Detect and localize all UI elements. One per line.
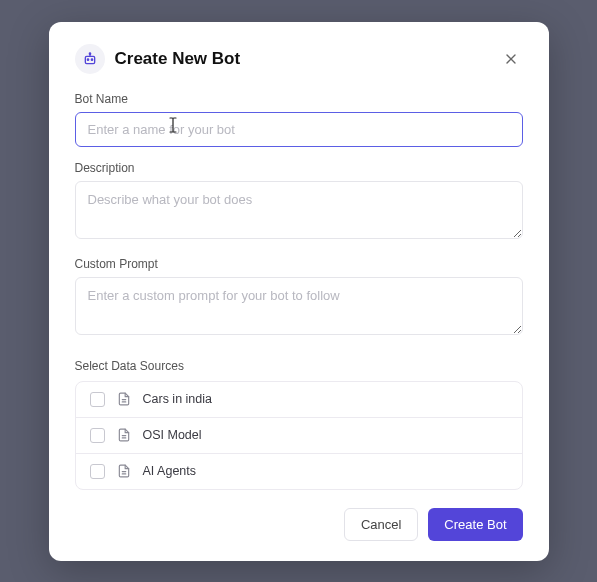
close-button[interactable] [499, 47, 523, 71]
bot-name-group: Bot Name [75, 92, 523, 147]
modal-footer: Cancel Create Bot [75, 508, 523, 541]
bot-icon [75, 44, 105, 74]
data-source-checkbox[interactable] [90, 428, 105, 443]
custom-prompt-group: Custom Prompt [75, 257, 523, 339]
data-source-item[interactable]: OSI Model [76, 418, 522, 454]
data-source-checkbox[interactable] [90, 464, 105, 479]
data-source-checkbox[interactable] [90, 392, 105, 407]
bot-name-input[interactable] [75, 112, 523, 147]
data-source-label: OSI Model [143, 428, 202, 442]
modal-title: Create New Bot [115, 49, 241, 69]
bot-name-label: Bot Name [75, 92, 523, 106]
data-sources-label: Select Data Sources [75, 359, 523, 373]
close-icon [503, 51, 519, 67]
data-source-label: AI Agents [143, 464, 197, 478]
custom-prompt-label: Custom Prompt [75, 257, 523, 271]
cancel-button[interactable]: Cancel [344, 508, 418, 541]
document-icon [117, 464, 131, 478]
svg-point-4 [89, 53, 90, 54]
document-icon [117, 428, 131, 442]
custom-prompt-input[interactable] [75, 277, 523, 335]
data-source-item[interactable]: Cars in india [76, 382, 522, 418]
modal-header: Create New Bot [75, 44, 523, 74]
description-input[interactable] [75, 181, 523, 239]
svg-point-1 [87, 59, 88, 60]
data-sources-list: Cars in india OSI Model AI Agents [75, 381, 523, 490]
data-sources-section: Select Data Sources Cars in india OSI Mo… [75, 359, 523, 490]
description-group: Description [75, 161, 523, 243]
create-bot-button[interactable]: Create Bot [428, 508, 522, 541]
create-bot-modal: Create New Bot Bot Name Description Cust… [49, 22, 549, 561]
document-icon [117, 392, 131, 406]
data-source-label: Cars in india [143, 392, 212, 406]
svg-point-2 [91, 59, 92, 60]
modal-title-group: Create New Bot [75, 44, 241, 74]
description-label: Description [75, 161, 523, 175]
data-source-item[interactable]: AI Agents [76, 454, 522, 489]
